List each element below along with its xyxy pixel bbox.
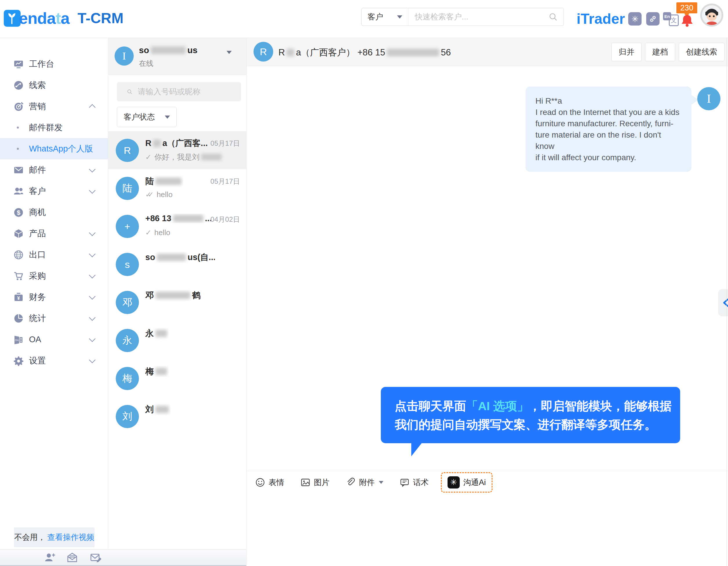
redacted-text [155, 178, 182, 185]
chevron-up-icon [89, 104, 96, 111]
toolbar-attachment-button[interactable]: 附件 [346, 477, 383, 488]
toolbar-item-label: 话术 [413, 477, 429, 488]
brand-logo[interactable]: endata T-CRM [4, 10, 124, 27]
sidebar-item-设置[interactable]: 设置 [0, 350, 108, 371]
product-name: T-CRM [78, 10, 124, 27]
whatsapp-account-header[interactable]: I sous 在线 [108, 38, 246, 75]
toolbar-image-button[interactable]: 图片 [300, 477, 329, 488]
compose-icon[interactable] [90, 551, 102, 564]
sidebar-item-工作台[interactable]: 工作台 [0, 53, 108, 75]
merge-button[interactable]: 归并 [611, 43, 642, 61]
help-video-link[interactable]: 查看操作视频 [47, 532, 94, 543]
sidebar-item-产品[interactable]: 产品 [0, 223, 108, 244]
leads-icon [13, 80, 24, 91]
tooltip-tail [411, 442, 422, 456]
contact-name: sous(自... [145, 252, 215, 263]
itrader-logo[interactable]: iTrader [577, 10, 625, 27]
submenu-dot-icon [17, 148, 19, 150]
message-bubble: Hi R**a I read on the Internet that you … [526, 86, 691, 172]
toolbar-emoji-button[interactable]: 表情 [255, 477, 284, 488]
contact-avatar: + [116, 215, 139, 238]
contact-name: 陆 [145, 176, 183, 187]
chevron-down-icon[interactable] [379, 481, 383, 484]
translate-source-glyph: En [663, 12, 671, 20]
search-icon[interactable] [548, 12, 558, 21]
sidebar-item-线索[interactable]: 线索 [0, 75, 108, 96]
finance-icon: ¥ [13, 292, 24, 303]
notification-bell-icon[interactable] [680, 14, 694, 29]
sidebar-item-WhatsApp个人版[interactable]: WhatsApp个人版 [0, 138, 108, 159]
openai-glyph: ✳ [631, 14, 638, 24]
sidebar-item-label: 商机 [29, 207, 46, 218]
chevron-down-icon [89, 293, 96, 300]
inbox-icon[interactable] [66, 551, 78, 564]
contact-list-item[interactable]: 梅梅 [108, 359, 246, 397]
sidebar-item-OA[interactable]: OAOA [0, 329, 108, 350]
last-message-date: 04月02日 [211, 215, 240, 224]
redacted-text [151, 46, 186, 54]
contact-list: RRa（广西客...05月17日✓你好，我是刘陆陆05月17日✓✓hello++… [108, 131, 246, 435]
sidebar-item-财务[interactable]: ¥财务 [0, 287, 108, 308]
chat-header-actions: 归并 建档 创建线索 [611, 43, 725, 61]
contact-list-item[interactable]: 刘刘 [108, 397, 246, 435]
contact-list-item[interactable]: 邓邓鹤 [108, 283, 246, 321]
chat-list-panel: I sous 在线 客户状态 RRa（广西客...05月17日✓你好，我是刘陆陆… [108, 38, 246, 549]
toolbar-scripts-button[interactable]: 话术 [400, 477, 429, 488]
contact-list-item[interactable]: 永永 [108, 321, 246, 359]
sidebar-item-邮件群发[interactable]: 邮件群发 [0, 117, 108, 138]
sidebar-item-统计[interactable]: 统计 [0, 308, 108, 329]
create-lead-button[interactable]: 创建线索 [679, 43, 725, 61]
link-icon[interactable] [646, 12, 660, 26]
svg-text:$: $ [17, 209, 20, 216]
contact-list-item[interactable]: ++86 13...04月02日✓hello [108, 207, 246, 245]
last-message-date: 05月17日 [211, 139, 240, 148]
translate-icon[interactable]: 文 En [663, 12, 679, 27]
create-record-button[interactable]: 建档 [645, 43, 675, 61]
tooltip-text: ，即启智能模块，能够根据 [529, 399, 671, 413]
customer-status-value: 客户状态 [124, 112, 155, 122]
contact-search-input[interactable] [137, 87, 241, 97]
sidebar-item-营销[interactable]: 营销 [0, 96, 108, 117]
sidebar-item-label: 线索 [29, 79, 46, 91]
sidebar-item-label: 邮件 [29, 164, 46, 176]
contact-avatar: 梅 [116, 367, 139, 390]
chat-area: R Ra（广西客户） +86 1556 归并 建档 创建线索 Hi R**a I… [247, 38, 728, 566]
sidebar-item-采购[interactable]: 采购 [0, 265, 108, 287]
contact-avatar: s [116, 253, 139, 276]
scripts-icon [400, 478, 410, 487]
sidebar-item-商机[interactable]: $商机 [0, 202, 108, 223]
sidebar-menu: 工作台线索营销邮件群发WhatsApp个人版邮件客户$商机产品出口采购¥财务统计… [0, 53, 108, 371]
account-chevron-down-icon[interactable] [227, 54, 232, 59]
contact-name: 邓鹤 [145, 290, 200, 301]
sidebar-item-label: OA [29, 335, 41, 344]
sidebar-item-出口[interactable]: 出口 [0, 244, 108, 265]
last-message-date: 05月17日 [211, 177, 240, 186]
contact-list-item[interactable]: RRa（广西客...05月17日✓你好，我是刘 [108, 131, 246, 169]
chevron-down-icon [165, 115, 170, 119]
user-avatar[interactable] [700, 3, 723, 27]
add-contact-icon[interactable] [44, 551, 56, 564]
chevron-down-icon [397, 15, 402, 19]
chatgpt-icon[interactable]: ✳ [628, 12, 642, 26]
redacted-text [155, 406, 169, 413]
redacted-text [201, 154, 222, 160]
last-message-preview: ✓你好，我是刘 [145, 152, 223, 162]
communicate-ai-button[interactable]: ✳沟通Ai [441, 472, 492, 493]
search-category-select[interactable]: 客户 [361, 8, 408, 26]
compose-area[interactable] [247, 493, 727, 566]
contact-avatar: 刘 [116, 405, 139, 428]
sidebar-item-邮件[interactable]: 邮件 [0, 159, 108, 180]
contact-avatar: R [116, 139, 139, 162]
contact-list-item[interactable]: ssous(自... [108, 245, 246, 283]
contact-name: 刘 [145, 404, 171, 415]
search-icon [127, 87, 133, 96]
tcrm-app-window: endata T-CRM 客户 iTrader ✳ 文 [0, 0, 728, 566]
search-input[interactable] [414, 12, 548, 22]
chevron-down-icon [89, 166, 96, 172]
contact-search-box [117, 82, 241, 101]
customer-status-select[interactable]: 客户状态 [117, 107, 177, 127]
procurement-icon [13, 271, 24, 281]
sidebar-item-客户[interactable]: 客户 [0, 180, 108, 202]
contact-list-item[interactable]: 陆陆05月17日✓✓hello [108, 169, 246, 207]
toolbar-item-label: 附件 [359, 477, 375, 488]
